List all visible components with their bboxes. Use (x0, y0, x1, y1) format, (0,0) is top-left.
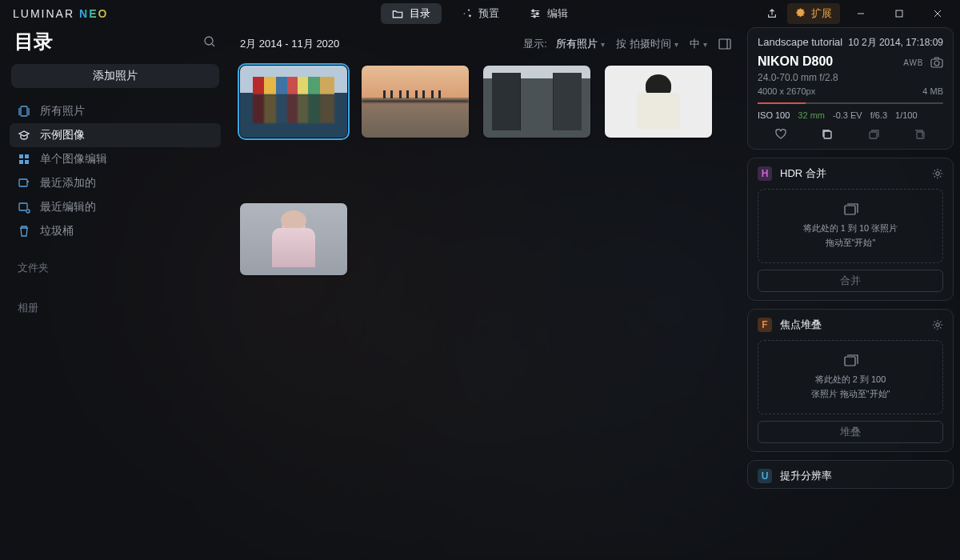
share-button[interactable] (760, 3, 784, 24)
histogram-bar (758, 102, 943, 104)
share-icon (766, 8, 778, 19)
view-tabs: 目录 预置 编辑 (381, 3, 579, 24)
svg-point-20 (936, 323, 939, 326)
sort-dropdown[interactable]: 按 拍摄时间 ▾ (616, 37, 678, 51)
meta-dimensions: 4000 x 2670px (758, 86, 815, 96)
page-title: 目录 (14, 29, 53, 54)
meta-awb: AWB (903, 58, 923, 67)
trash-icon (18, 225, 30, 238)
thumbnail[interactable] (240, 66, 347, 138)
images-icon (842, 202, 858, 217)
thumbnail[interactable] (605, 66, 712, 138)
hdr-settings-button[interactable] (932, 168, 943, 179)
hdr-icon: H (758, 166, 772, 181)
sliders-icon (530, 8, 541, 19)
stack-prev-button[interactable] (867, 128, 880, 141)
image-refresh-icon (18, 201, 30, 214)
meta-filesize: 4 MB (922, 86, 943, 96)
svg-point-1 (536, 13, 538, 15)
focus-drop-zone[interactable]: 将此处的 2 到 100 张照片 拖动至"开始" (758, 340, 943, 414)
sidebar-item-recently-edited[interactable]: 最近编辑的 (10, 195, 221, 219)
chevron-down-icon: ▾ (601, 40, 605, 49)
svg-rect-10 (19, 179, 27, 186)
window-maximize-button[interactable] (882, 0, 917, 27)
app-logo: LUMINAR NEO (13, 7, 108, 20)
thumbnail[interactable] (483, 66, 590, 138)
svg-rect-12 (719, 39, 730, 49)
stack-icon (867, 128, 880, 141)
favorite-button[interactable] (774, 128, 787, 141)
meta-ev: -0.3 EV (833, 110, 862, 120)
meta-datetime: 10 2月 2014, 17:18:09 (848, 36, 943, 50)
thumbnail-size[interactable]: 中 ▾ (690, 37, 707, 51)
meta-filename: Landscape tutorial (758, 36, 842, 48)
svg-point-14 (934, 61, 939, 66)
svg-rect-21 (845, 357, 855, 366)
logo-secondary: NEO (79, 7, 108, 20)
svg-rect-17 (917, 132, 924, 138)
search-icon (203, 35, 216, 48)
section-albums[interactable]: 相册 (18, 301, 213, 315)
upscale-icon: U (758, 469, 772, 483)
filter-show[interactable]: 显示: 所有照片 ▾ (523, 37, 605, 51)
grid-icon (18, 153, 30, 166)
window-close-button[interactable] (920, 0, 955, 27)
svg-rect-5 (21, 106, 27, 116)
sidebar: 目录 添加照片 所有照片 示例图像 单个图像编辑 最近添加的 (0, 27, 230, 560)
maximize-icon (895, 10, 903, 18)
date-range: 2月 2014 - 11月 2020 (240, 37, 339, 51)
sidebar-item-recently-added[interactable]: 最近添加的 (10, 171, 221, 195)
svg-point-4 (205, 37, 213, 45)
svg-rect-6 (19, 154, 23, 158)
svg-rect-19 (845, 206, 855, 214)
gear-icon (932, 168, 943, 179)
sidebar-item-sample-images[interactable]: 示例图像 (10, 123, 221, 147)
add-photos-button[interactable]: 添加照片 (11, 64, 219, 88)
view-layout-button[interactable] (718, 38, 731, 50)
focus-stack-button[interactable]: 堆叠 (758, 421, 943, 443)
svg-rect-9 (25, 160, 29, 164)
svg-point-18 (936, 172, 939, 175)
panel-icon (718, 38, 731, 50)
sidebar-item-all-photos[interactable]: 所有照片 (10, 99, 221, 123)
stack-next-button[interactable] (914, 128, 926, 141)
graduation-icon (18, 129, 30, 142)
content-toolbar: 2月 2014 - 11月 2020 显示: 所有照片 ▾ 按 拍摄时间 ▾ 中… (240, 32, 731, 56)
copy-button[interactable] (821, 128, 834, 141)
chevron-down-icon: ▾ (703, 40, 707, 49)
images-icon (842, 354, 858, 368)
svg-rect-11 (19, 203, 27, 210)
window-minimize-button[interactable] (843, 0, 878, 27)
thumbnail-grid (240, 66, 734, 275)
svg-point-0 (532, 10, 534, 12)
thumbnail[interactable] (240, 203, 347, 275)
tab-catalog[interactable]: 目录 (381, 3, 442, 24)
meta-camera-model: NIKON D800 (758, 54, 833, 69)
thumbnail[interactable] (362, 66, 469, 138)
svg-rect-7 (25, 154, 29, 158)
svg-rect-3 (896, 10, 902, 17)
tab-edit[interactable]: 编辑 (518, 3, 579, 24)
panel-hdr-merge: H HDR 合并 将此处的 1 到 10 张照片 拖动至"开始" 合并 (747, 158, 954, 301)
meta-focal: 32 mm (798, 110, 825, 120)
extensions-button[interactable]: 扩展 (787, 3, 840, 24)
gear-icon (932, 319, 943, 330)
tab-presets[interactable]: 预置 (450, 3, 510, 24)
panel-focus-stack: F 焦点堆叠 将此处的 2 到 100 张照片 拖动至"开始" 堆叠 (747, 309, 954, 452)
hdr-merge-button[interactable]: 合并 (758, 270, 943, 292)
content-area: 2月 2014 - 11月 2020 显示: 所有照片 ▾ 按 拍摄时间 ▾ 中… (230, 27, 744, 560)
sidebar-item-single-edits[interactable]: 单个图像编辑 (10, 147, 221, 171)
meta-aperture: f/6.3 (870, 110, 887, 120)
search-button[interactable] (203, 35, 216, 48)
focus-settings-button[interactable] (932, 319, 943, 330)
svg-rect-15 (824, 131, 831, 138)
heart-icon (774, 128, 787, 141)
meta-lens: 24.0-70.0 mm f/2.8 (758, 72, 943, 83)
hdr-drop-zone[interactable]: 将此处的 1 到 10 张照片 拖动至"开始" (758, 189, 943, 263)
panel-upscale: U 提升分辨率 (747, 460, 954, 489)
svg-point-2 (534, 15, 536, 18)
stack-icon (914, 128, 926, 141)
sidebar-item-trash[interactable]: 垃圾桶 (10, 219, 221, 243)
section-folders[interactable]: 文件夹 (18, 261, 213, 275)
meta-iso: ISO 100 (758, 110, 790, 120)
